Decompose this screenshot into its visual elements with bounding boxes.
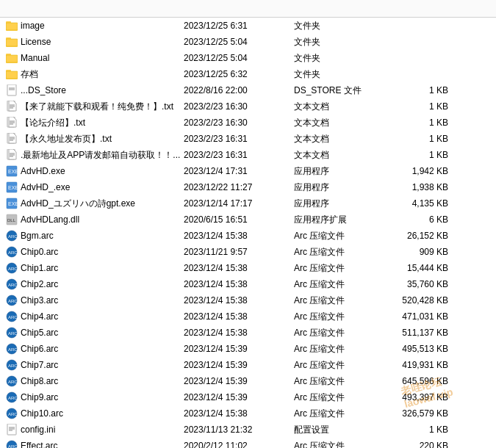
table-row[interactable]: 存档 2023/12/25 6:32 文件夹 xyxy=(0,66,496,82)
file-size-cell: 495,513 KB xyxy=(397,344,463,354)
exe-icon: EXE xyxy=(6,198,18,209)
file-type-cell: 文件夹 xyxy=(294,52,397,65)
file-type-cell: 应用程序 xyxy=(294,198,397,210)
svg-text:ARC: ARC xyxy=(8,299,18,303)
file-name-cell: ARC Chip4.arc xyxy=(0,311,184,322)
svg-text:ARC: ARC xyxy=(8,283,18,287)
file-date-cell: 2020/6/15 16:51 xyxy=(184,214,294,225)
file-size-cell: 1 KB xyxy=(397,424,463,435)
file-name-text: ...DS_Store xyxy=(21,85,66,95)
svg-text:EXE: EXE xyxy=(8,185,18,190)
file-name-cell: ARC Effect.arc xyxy=(0,440,184,448)
file-date-cell: 2023/12/4 15:39 xyxy=(184,392,294,402)
txt-icon xyxy=(6,101,18,112)
table-row[interactable]: ARC Chip10.arc 2023/12/4 15:38 Arc 压缩文件 … xyxy=(0,405,496,422)
file-type-cell: Arc 压缩文件 xyxy=(294,311,397,323)
file-name-cell: ARC Chip1.arc xyxy=(0,262,184,274)
table-row[interactable]: ARC Chip4.arc 2023/12/4 15:38 Arc 压缩文件 4… xyxy=(0,308,496,325)
file-name-text: Chip4.arc xyxy=(21,311,58,322)
table-row[interactable]: ARC Effect.arc 2020/2/12 11:02 Arc 压缩文件 … xyxy=(0,438,496,448)
file-date-cell: 2023/12/25 5:04 xyxy=(184,53,294,63)
file-type-cell: Arc 压缩文件 xyxy=(294,230,397,242)
svg-text:ARC: ARC xyxy=(8,412,18,416)
file-name-text: Chip5.arc xyxy=(21,328,58,338)
file-size-cell: 1 KB xyxy=(397,101,463,112)
table-row[interactable]: 【论坛介绍】.txt 2023/2/23 16:30 文本文档 1 KB xyxy=(0,115,496,131)
table-row[interactable]: ARC Chip5.arc 2023/12/4 15:38 Arc 压缩文件 5… xyxy=(0,325,496,341)
file-name-cell: EXE AdvHD_ユズリハの詩gpt.exe xyxy=(0,198,184,210)
file-date-cell: 2023/12/4 15:38 xyxy=(184,231,294,241)
dll-icon: DLL xyxy=(6,214,18,225)
file-type-cell: Arc 压缩文件 xyxy=(294,359,397,372)
file-name-text: Chip6.arc xyxy=(21,344,58,354)
file-explorer: image 2023/12/25 6:31 文件夹 License 2023/1… xyxy=(0,0,496,448)
file-size-cell: 471,031 KB xyxy=(397,311,463,322)
table-row[interactable]: ARC Chip2.arc 2023/12/4 15:38 Arc 压缩文件 3… xyxy=(0,276,496,292)
file-date-cell: 2022/8/16 22:00 xyxy=(184,85,294,95)
table-row[interactable]: ARC Chip9.arc 2023/12/4 15:39 Arc 压缩文件 4… xyxy=(0,389,496,405)
table-row[interactable]: DLL AdvHDLang.dll 2020/6/15 16:51 应用程序扩展… xyxy=(0,212,496,228)
table-row[interactable]: EXE AdvHD_ユズリハの詩gpt.exe 2023/12/14 17:17… xyxy=(0,195,496,212)
file-type-cell: 文本文档 xyxy=(294,117,397,129)
file-type-cell: Arc 压缩文件 xyxy=(294,440,397,449)
table-row[interactable]: ARC Chip1.arc 2023/12/4 15:38 Arc 压缩文件 1… xyxy=(0,260,496,276)
file-name-text: Chip10.arc xyxy=(21,408,63,419)
file-size-cell: 645,596 KB xyxy=(397,376,463,386)
svg-text:ARC: ARC xyxy=(8,267,18,271)
svg-text:ARC: ARC xyxy=(8,331,18,336)
file-date-cell: 2020/2/12 11:02 xyxy=(184,441,294,448)
arc-icon: ARC xyxy=(6,440,18,448)
file-name-cell: ARC Chip6.arc xyxy=(0,343,184,355)
table-row[interactable]: ARC Chip3.arc 2023/12/4 15:38 Arc 压缩文件 5… xyxy=(0,292,496,308)
table-row[interactable]: EXE AdvHD.exe 2023/12/4 17:31 应用程序 1,942… xyxy=(0,163,496,179)
table-row[interactable]: 【来了就能下载和观看！纯免费！】.txt 2023/2/23 16:30 文本文… xyxy=(0,98,496,115)
table-row[interactable]: ARC Chip7.arc 2023/12/4 15:39 Arc 压缩文件 4… xyxy=(0,357,496,373)
table-row[interactable]: ARC Chip0.arc 2023/11/21 9:57 Arc 压缩文件 9… xyxy=(0,244,496,260)
file-type-cell: DS_STORE 文件 xyxy=(294,84,397,97)
file-type-cell: Arc 压缩文件 xyxy=(294,343,397,355)
arc-icon: ARC xyxy=(6,278,18,290)
table-row[interactable]: ARC Chip6.arc 2023/12/4 15:39 Arc 压缩文件 4… xyxy=(0,341,496,357)
file-name-cell: ARC Chip7.arc xyxy=(0,359,184,371)
file-name-text: Chip2.arc xyxy=(21,279,58,289)
table-row[interactable]: config.ini 2023/11/13 21:32 配置设置 1 KB xyxy=(0,422,496,438)
txt-icon xyxy=(6,149,18,161)
file-name-text: Chip7.arc xyxy=(21,360,58,370)
table-row[interactable]: Manual 2023/12/25 5:04 文件夹 xyxy=(0,50,496,66)
table-row[interactable]: ARC Bgm.arc 2023/12/4 15:38 Arc 压缩文件 26,… xyxy=(0,228,496,244)
file-size-cell: 4,135 KB xyxy=(397,198,463,209)
svg-rect-11 xyxy=(6,71,18,79)
file-size-cell: 35,760 KB xyxy=(397,279,463,289)
file-name-cell: 【论坛介绍】.txt xyxy=(0,117,184,129)
file-name-cell: License xyxy=(0,36,184,48)
file-date-cell: 2023/12/4 15:39 xyxy=(184,344,294,354)
table-row[interactable]: License 2023/12/25 5:04 文件夹 xyxy=(0,34,496,50)
file-date-cell: 2023/12/4 15:38 xyxy=(184,263,294,273)
file-date-cell: 2023/12/4 17:31 xyxy=(184,166,294,176)
file-type-cell: 配置设置 xyxy=(294,424,397,436)
file-date-cell: 2023/2/23 16:31 xyxy=(184,134,294,144)
file-name-text: 【永久地址发布页】.txt xyxy=(21,133,112,145)
file-name-cell: config.ini xyxy=(0,424,184,436)
svg-marker-26 xyxy=(9,133,16,143)
table-row[interactable]: image 2023/12/25 6:31 文件夹 xyxy=(0,18,496,34)
file-name-text: AdvHD_.exe xyxy=(21,182,70,192)
file-date-cell: 2023/12/25 6:31 xyxy=(184,21,294,31)
table-row[interactable]: .最新地址及APP请发邮箱自动获取！！... 2023/2/23 16:31 文… xyxy=(0,147,496,163)
table-row[interactable]: EXE AdvHD_.exe 2023/12/22 11:27 应用程序 1,9… xyxy=(0,179,496,195)
file-list[interactable]: image 2023/12/25 6:31 文件夹 License 2023/1… xyxy=(0,18,496,448)
table-row[interactable]: 【永久地址发布页】.txt 2023/2/23 16:31 文本文档 1 KB xyxy=(0,131,496,147)
svg-text:ARC: ARC xyxy=(8,250,18,255)
file-name-cell: DLL AdvHDLang.dll xyxy=(0,214,184,225)
file-size-cell: 511,137 KB xyxy=(397,328,463,338)
table-row[interactable]: ARC Chip8.arc 2023/12/4 15:39 Arc 压缩文件 6… xyxy=(0,373,496,389)
file-size-cell: 26,152 KB xyxy=(397,231,463,241)
file-date-cell: 2023/12/14 17:17 xyxy=(184,198,294,209)
file-size-cell: 1,942 KB xyxy=(397,166,463,176)
file-date-cell: 2023/2/23 16:30 xyxy=(184,118,294,128)
table-row[interactable]: ...DS_Store 2022/8/16 22:00 DS_STORE 文件 … xyxy=(0,82,496,98)
arc-icon: ARC xyxy=(6,246,18,258)
file-name-cell: ARC Chip9.arc xyxy=(0,391,184,403)
file-name-text: AdvHDLang.dll xyxy=(21,214,79,225)
svg-marker-21 xyxy=(9,117,16,127)
